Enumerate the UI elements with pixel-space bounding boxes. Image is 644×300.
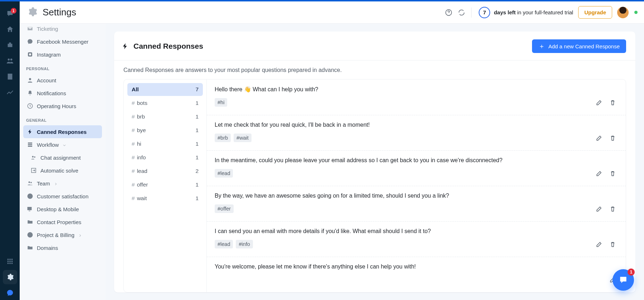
side-item-workflow[interactable]: Workflow xyxy=(23,138,102,151)
delete-button[interactable] xyxy=(607,168,618,179)
category-count: 1 xyxy=(195,195,199,202)
rail-settings[interactable] xyxy=(3,270,17,284)
side-item-label: Project & Billing xyxy=(37,232,74,238)
smile-icon xyxy=(27,193,33,199)
side-item-label: Account xyxy=(37,77,56,83)
avatar[interactable] xyxy=(617,7,629,18)
svg-point-12 xyxy=(29,182,30,183)
tag-chip[interactable]: #wait xyxy=(234,134,252,142)
rail-inbox[interactable]: 1 xyxy=(3,6,17,21)
tag-chip[interactable]: #info xyxy=(236,240,253,248)
category-label: bots xyxy=(137,100,147,106)
category-wait[interactable]: #wait1 xyxy=(127,192,203,205)
response-row: You're welcome, please let me know if th… xyxy=(207,257,626,292)
help-icon[interactable] xyxy=(445,9,453,16)
bolt-icon xyxy=(121,42,129,50)
edit-button[interactable] xyxy=(594,239,604,250)
delete-button[interactable] xyxy=(607,203,618,214)
edit-button[interactable] xyxy=(594,168,604,179)
category-hi[interactable]: #hi1 xyxy=(127,137,203,150)
side-item-ticketing[interactable]: Ticketing xyxy=(23,24,102,35)
chevron-right-icon xyxy=(54,181,58,185)
tag-chip[interactable]: #lead xyxy=(215,240,233,248)
delete-button[interactable] xyxy=(607,97,618,108)
category-bots[interactable]: #bots1 xyxy=(127,97,203,110)
side-item-label: Team xyxy=(37,180,50,187)
side-item-account[interactable]: Account xyxy=(23,74,102,87)
nav-rail: 1 xyxy=(0,1,20,300)
settings-sidebar: Ticketing Facebook Messenger Instagram P… xyxy=(20,24,106,300)
instagram-icon xyxy=(27,51,33,58)
category-count: 7 xyxy=(195,86,199,93)
category-label: bye xyxy=(137,127,146,133)
canned-responses-layout: All 7 #bots1#brb1#bye1#hi1#info1#lead2#o… xyxy=(123,79,626,292)
category-label: lead xyxy=(137,168,147,174)
response-row: Let me check that for you real quick, I'… xyxy=(207,115,626,151)
svg-point-4 xyxy=(29,78,31,80)
side-item-label: Ticketing xyxy=(37,26,58,32)
category-info[interactable]: #info1 xyxy=(127,151,203,164)
card-description: Canned Responses are answers to your mos… xyxy=(114,61,635,79)
side-item-fbm[interactable]: Facebook Messenger xyxy=(23,35,102,48)
side-item-hours[interactable]: Operating Hours xyxy=(23,100,102,112)
category-lead[interactable]: #lead2 xyxy=(127,165,203,178)
hash-icon: # xyxy=(132,154,135,160)
tag-chip[interactable]: #lead xyxy=(215,169,233,178)
chat-fab[interactable]: 1 xyxy=(613,269,634,291)
categories-column: All 7 #bots1#brb1#bye1#hi1#info1#lead2#o… xyxy=(124,79,207,292)
folder-icon xyxy=(27,245,33,251)
response-text: Let me check that for you real quick, I'… xyxy=(215,122,618,128)
delete-button[interactable] xyxy=(607,132,618,143)
plus-icon: ＋ xyxy=(538,43,545,49)
side-item-contact-props[interactable]: Contact Properties xyxy=(23,216,102,228)
category-all[interactable]: All 7 xyxy=(127,83,203,96)
side-item-csat[interactable]: Customer satisfaction xyxy=(23,190,102,203)
globe-icon xyxy=(27,232,33,238)
side-item-notifications[interactable]: Notifications xyxy=(23,87,102,100)
rail-home[interactable] xyxy=(3,22,17,37)
rail-inbox-badge: 1 xyxy=(11,8,16,14)
side-item-desktop-mobile[interactable]: Desktop & Mobile xyxy=(23,203,102,216)
side-item-label: Customer satisfaction xyxy=(37,193,88,199)
tag-chip[interactable]: #hi xyxy=(215,98,227,107)
side-item-billing[interactable]: Project & Billing xyxy=(23,228,102,241)
page-body: Ticketing Facebook Messenger Instagram P… xyxy=(20,24,644,300)
response-text: Hello there 👋 What can I help you with? xyxy=(215,86,618,93)
rail-bots[interactable] xyxy=(3,38,17,52)
side-item-instagram[interactable]: Instagram xyxy=(23,48,102,61)
presence-indicator xyxy=(634,11,638,14)
category-bye[interactable]: #bye1 xyxy=(127,124,203,137)
category-label: info xyxy=(137,154,146,160)
hash-icon: # xyxy=(132,141,135,147)
rail-contacts[interactable] xyxy=(3,69,17,84)
rail-analytics[interactable] xyxy=(3,85,17,100)
edit-button[interactable] xyxy=(594,203,604,214)
main-content: Canned Responses ＋ Add a new Canned Resp… xyxy=(106,24,644,300)
delete-button[interactable] xyxy=(607,239,618,250)
refresh-icon[interactable] xyxy=(458,9,465,16)
upgrade-button[interactable]: Upgrade xyxy=(578,6,612,19)
hash-icon: # xyxy=(132,195,135,201)
side-item-label: Canned Responses xyxy=(37,129,87,135)
rail-visitors[interactable] xyxy=(3,54,17,68)
side-item-team[interactable]: Team xyxy=(23,177,102,190)
hash-icon: # xyxy=(132,113,135,120)
edit-button[interactable] xyxy=(594,97,604,108)
add-canned-response-button[interactable]: ＋ Add a new Canned Response xyxy=(532,39,626,53)
side-item-canned[interactable]: Canned Responses xyxy=(23,125,102,138)
side-item-label: Domains xyxy=(37,245,58,251)
side-item-label: Workflow xyxy=(37,142,59,148)
category-brb[interactable]: #brb1 xyxy=(127,110,203,123)
side-item-auto-solve[interactable]: Automatic solve xyxy=(23,164,102,177)
side-item-domains[interactable]: Domains xyxy=(23,241,102,254)
tag-chip[interactable]: #brb xyxy=(215,134,231,142)
category-offer[interactable]: #offer1 xyxy=(127,178,203,191)
side-item-chat-assignment[interactable]: Chat assignment xyxy=(23,151,102,164)
rail-logo[interactable] xyxy=(3,286,17,300)
svg-rect-15 xyxy=(28,207,31,210)
category-label: wait xyxy=(137,195,147,201)
edit-button[interactable] xyxy=(594,132,604,143)
tag-chip[interactable]: #offer xyxy=(215,204,234,213)
workflow-icon xyxy=(27,141,33,148)
rail-apps[interactable] xyxy=(3,254,17,268)
